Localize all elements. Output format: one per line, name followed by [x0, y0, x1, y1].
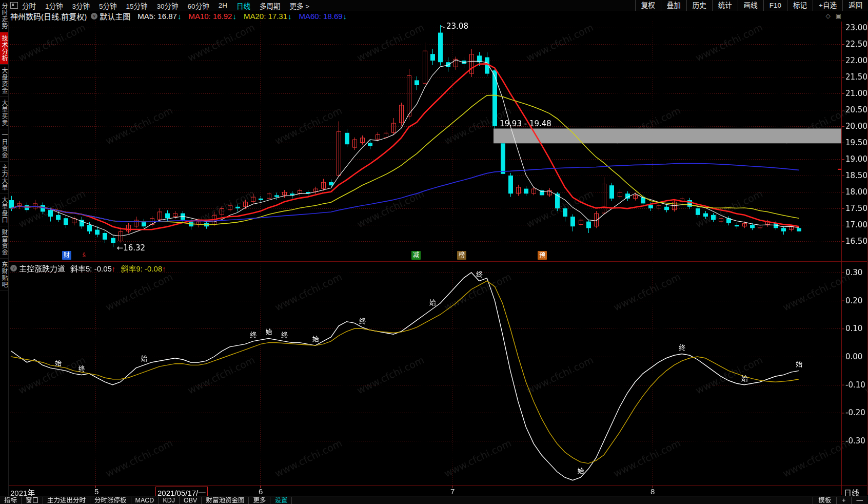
date-label[interactable]: 6 [259, 487, 263, 496]
tool-button[interactable]: 标记 [787, 0, 813, 11]
bottom-right-button[interactable]: — [851, 497, 868, 504]
tool-button[interactable]: 统计 [712, 0, 738, 11]
symbol-title: 神州数码(日线.前复权) [10, 11, 87, 22]
event-badge[interactable]: 财 [62, 251, 71, 260]
tool-button[interactable]: 叠加 [661, 0, 686, 11]
bottom-toolbar: 指标窗口主力进出分时分时涨停板MACDKDJOBV财富池资金图更多设置 模板+— [0, 496, 868, 504]
event-badge[interactable]: 预 [538, 251, 547, 260]
ma-value: MA20: 17.31↓ [244, 12, 292, 21]
sidebar-item[interactable]: 大盘资金 [0, 65, 8, 97]
ma-label: MA5: 16.87 [137, 12, 177, 21]
tool-buttons: 复权叠加历史统计画线F10标记+自选返回 [635, 0, 868, 11]
sidebar-item[interactable]: 一日资金 [0, 129, 8, 162]
tool-button[interactable]: 画线 [738, 0, 763, 11]
sidebar-item[interactable]: 主力大单 [0, 162, 8, 194]
sidebar-item[interactable]: 财富资金 [0, 226, 8, 259]
tool-button[interactable]: +自选 [813, 0, 842, 11]
sidebar-item[interactable]: 分时走势 [0, 0, 8, 32]
indicator-button[interactable]: 主力进出分时 [43, 497, 90, 504]
indicator-button[interactable]: OBV [180, 497, 202, 504]
down-arrow-icon: ↓ [232, 12, 236, 21]
period-tab[interactable]: 日线 [236, 1, 250, 11]
period-tab[interactable]: 15分钟 [126, 1, 148, 11]
ma-label: MA10: 16.92 [188, 12, 232, 21]
indicator-name[interactable]: 主控涨跌力道 [19, 263, 65, 274]
event-badge[interactable]: ŝ [81, 251, 87, 260]
layout-grid-icon[interactable] [10, 2, 18, 9]
tool-button[interactable]: 复权 [635, 0, 661, 11]
period-tab[interactable]: 分时 [22, 1, 36, 11]
sidebar-item[interactable]: 技术分析 [0, 32, 8, 65]
top-toolbar: 分时1分钟3分钟5分钟15分钟30分钟60分钟2H日线多周期更多 > 复权叠加历… [8, 0, 868, 11]
title-right-icons: ◇▣ [825, 12, 841, 20]
indicator-button[interactable]: 窗口 [22, 497, 43, 504]
period-tab[interactable]: 1分钟 [45, 1, 63, 11]
ma-label: MA20: 17.31 [244, 12, 287, 21]
ma-value: MA5: 16.87↓ [137, 12, 181, 21]
indicator-button[interactable]: 财富池资金图 [202, 497, 249, 504]
left-sidebar: 分时走势技术分析大盘资金大单买卖一日资金主力大单大单盘口财富资金东财贴吧 [0, 0, 9, 504]
period-tab[interactable]: 2H [219, 2, 227, 9]
stock-chart-canvas[interactable] [0, 0, 868, 504]
date-label[interactable]: 5 [94, 487, 98, 496]
indicator-button[interactable]: 设置 [270, 497, 292, 504]
sidebar-item[interactable]: 大单买卖 [0, 97, 8, 129]
period-tab[interactable]: 60分钟 [188, 1, 209, 11]
chevron-down-icon[interactable] [91, 13, 97, 20]
ma-label: MA60: 18.69 [299, 12, 343, 21]
indicator-button[interactable]: MACD [131, 497, 159, 504]
indicator-param-1: 斜率5: -0.05↑ [70, 263, 115, 274]
chevron-down-icon[interactable] [10, 265, 17, 272]
title-bar: 神州数码(日线.前复权) 默认主图 MA5: 16.87↓MA10: 16.92… [8, 11, 868, 22]
date-label[interactable]: 8 [650, 487, 655, 496]
tool-button[interactable]: 返回 [842, 0, 868, 11]
indicator-button[interactable]: 指标 [0, 497, 22, 504]
period-tab[interactable]: 30分钟 [157, 1, 179, 11]
up-arrow-icon: ↑ [112, 264, 116, 273]
date-label[interactable]: 7 [450, 487, 455, 496]
diamond-icon[interactable]: ◇ [825, 12, 830, 20]
ma-legend: MA5: 16.87↓MA10: 16.92↓MA20: 17.31↓MA60:… [137, 12, 347, 21]
indicator-param-2: 斜率9: -0.08↑ [121, 263, 166, 274]
up-arrow-icon: ↑ [162, 264, 166, 273]
indicator-button[interactable]: 更多 [249, 497, 270, 504]
ma-value: MA10: 16.92↓ [188, 12, 236, 21]
sidebar-item[interactable]: 大单盘口 [0, 194, 8, 226]
tool-button[interactable]: 历史 [686, 0, 712, 11]
event-badge[interactable]: 减 [411, 251, 421, 260]
bottom-right-button[interactable]: + [836, 497, 851, 504]
tool-button[interactable]: F10 [763, 0, 787, 11]
indicator-button[interactable]: KDJ [159, 497, 180, 504]
main-layout-label[interactable]: 默认主图 [100, 11, 130, 22]
period-tab[interactable]: 3分钟 [72, 1, 90, 11]
indicator-header: 主控涨跌力道 斜率5: -0.05↑ 斜率9: -0.08↑ [10, 263, 166, 274]
period-tab[interactable]: 5分钟 [99, 1, 117, 11]
down-arrow-icon: ↓ [177, 12, 182, 21]
event-badge[interactable]: 榜 [457, 251, 466, 260]
period-tabs: 分时1分钟3分钟5分钟15分钟30分钟60分钟2H日线多周期更多 > [22, 1, 309, 11]
down-arrow-icon: ↓ [343, 12, 347, 21]
ma-value: MA60: 18.69↓ [299, 12, 347, 21]
period-tab[interactable]: 多周期 [260, 1, 281, 11]
sidebar-item[interactable]: 东财贴吧 [0, 259, 8, 291]
indicator-button[interactable]: 分时涨停板 [90, 497, 131, 504]
period-tab[interactable]: 更多 > [289, 1, 309, 11]
bottom-right-button[interactable]: 模板 [813, 497, 836, 504]
window-icon[interactable]: ▣ [836, 12, 841, 20]
down-arrow-icon: ↓ [288, 12, 292, 21]
